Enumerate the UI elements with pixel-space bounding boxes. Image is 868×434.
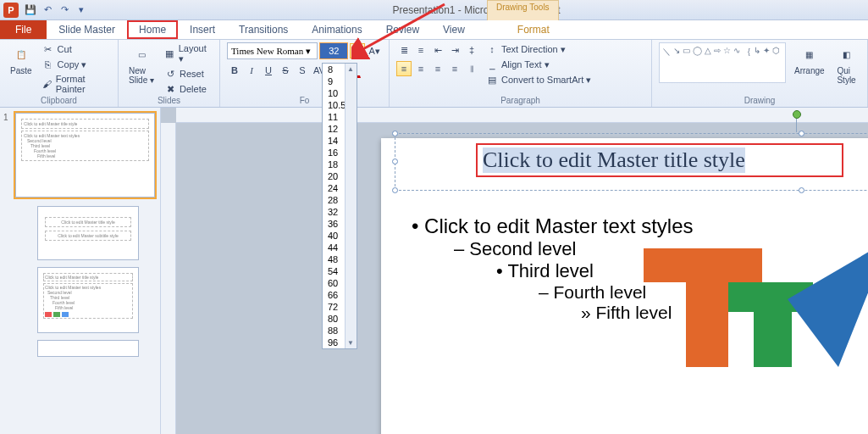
font-size-dropdown[interactable]: 891010.511121416182024283236404448546066… <box>322 63 357 349</box>
tab-review[interactable]: Review <box>374 20 431 39</box>
smartart-button[interactable]: ▤Convert to SmartArt ▾ <box>484 73 593 86</box>
resize-handle-w[interactable] <box>392 159 398 164</box>
text-direction-button[interactable]: ↕Text Direction ▾ <box>484 42 593 56</box>
group-slides: ▭ New Slide ▾ ▦Layout ▾ ↺Reset ✖Delete S… <box>119 40 220 107</box>
thumbnail-master[interactable]: Click to edit Master title style Click t… <box>15 113 155 198</box>
qat-more-icon[interactable]: ▾ <box>75 3 88 17</box>
new-slide-label: New Slide ▾ <box>129 66 154 85</box>
app-icon: P <box>3 3 19 18</box>
thumb3-title: Click to edit Master title style <box>43 273 133 281</box>
cut-label: Cut <box>58 44 72 54</box>
smartart-icon: ▤ <box>486 74 498 86</box>
brush-icon: 🖌 <box>42 78 53 90</box>
tab-animations[interactable]: Animations <box>300 20 373 39</box>
thumb2-title: Click to edit Master title style <box>45 217 131 227</box>
strike-button[interactable]: S <box>278 63 293 78</box>
shadow-button[interactable]: S <box>295 63 310 78</box>
shape-star-icon[interactable]: ☆ <box>723 46 731 58</box>
decrease-indent-button[interactable]: ⇤ <box>430 42 445 58</box>
shape-curve-icon[interactable]: ∿ <box>733 46 740 58</box>
delete-button[interactable]: ✖Delete <box>163 82 213 96</box>
layout-button[interactable]: ▦Layout ▾ <box>163 42 213 65</box>
italic-button[interactable]: I <box>244 63 259 78</box>
group-clipboard: 📋 Paste ✂Cut ⎘Copy ▾ 🖌Format Painter Cli… <box>0 40 119 107</box>
shape-rarrow-icon[interactable]: ⇨ <box>714 46 721 58</box>
thumbnail-layout-2[interactable]: Click to edit Master title style Click t… <box>37 267 139 333</box>
thumbnail-layout-3[interactable] <box>37 340 139 357</box>
shape-connector-icon[interactable]: ↳ <box>754 46 760 58</box>
tab-file[interactable]: File <box>0 20 47 39</box>
shape-oval-icon[interactable]: ◯ <box>693 46 702 58</box>
font-name-combo[interactable]: Times New Roman ▾ <box>227 42 318 59</box>
format-painter-button[interactable]: 🖌Format Painter <box>41 73 111 95</box>
save-icon[interactable]: 💾 <box>24 3 37 17</box>
align-center-button[interactable]: ≡ <box>413 61 428 76</box>
cut-button[interactable]: ✂Cut <box>41 42 111 56</box>
smartart-label: Convert to SmartArt ▾ <box>501 75 591 86</box>
align-text-label: Align Text ▾ <box>501 59 550 70</box>
font-size-combo[interactable]: 32 <box>319 42 348 59</box>
grow-font-button[interactable]: A▴ <box>350 43 365 58</box>
redo-icon[interactable]: ↷ <box>58 3 71 17</box>
shape-brace-icon[interactable]: ｛ <box>743 46 751 58</box>
shapes-gallery[interactable]: ＼↘▭◯△⇨☆∿｛↳✦⬡ <box>659 42 786 83</box>
shape-hex-icon[interactable]: ⬡ <box>772 46 780 58</box>
new-slide-button[interactable]: ▭ New Slide ▾ <box>125 42 158 86</box>
tab-view[interactable]: View <box>431 20 477 39</box>
reset-label: Reset <box>180 69 204 79</box>
resize-handle-nw[interactable] <box>392 131 398 136</box>
thumb2-sub: Click to edit Master subtitle style <box>45 231 131 241</box>
body-level-1[interactable]: Click to edit Master text styles <box>412 214 868 238</box>
group-label-slides: Slides <box>125 96 213 106</box>
bullets-button[interactable]: ≣ <box>396 42 412 58</box>
tab-transitions[interactable]: Transitions <box>227 20 300 39</box>
line-spacing-button[interactable]: ‡ <box>464 42 479 58</box>
thumb-number: 1 <box>3 113 12 198</box>
paste-button[interactable]: 📋 Paste <box>7 42 36 77</box>
resize-handle-sw[interactable] <box>392 187 398 193</box>
ttv-logo <box>635 240 868 376</box>
slide-editor[interactable]: Click to edit Master title style Click t… <box>161 108 868 434</box>
increase-indent-button[interactable]: ⇥ <box>447 42 462 58</box>
arrange-button[interactable]: ▦ Arrange <box>791 42 828 77</box>
layout-icon: ▦ <box>164 48 175 60</box>
shape-rect-icon[interactable]: ▭ <box>683 46 690 58</box>
paste-label: Paste <box>10 66 32 75</box>
resize-handle-s[interactable] <box>799 187 804 193</box>
align-left-button[interactable]: ≡ <box>396 61 412 76</box>
shape-line-icon[interactable]: ＼ <box>662 46 671 58</box>
tab-insert[interactable]: Insert <box>178 20 227 39</box>
columns-button[interactable]: ⫴ <box>464 61 479 76</box>
shrink-font-button[interactable]: A▾ <box>367 43 382 58</box>
tab-slide-master[interactable]: Slide Master <box>47 20 127 39</box>
svg-marker-2 <box>788 240 868 367</box>
resize-handle-n[interactable] <box>799 131 804 136</box>
copy-button[interactable]: ⎘Copy ▾ <box>41 58 111 71</box>
reset-button[interactable]: ↺Reset <box>163 67 213 81</box>
shape-triangle-icon[interactable]: △ <box>705 46 711 58</box>
quick-styles-button[interactable]: ◧ Qui Style <box>833 42 860 86</box>
slide-canvas[interactable]: Click to edit Master title style Click t… <box>381 138 868 434</box>
underline-button[interactable]: U <box>261 63 276 78</box>
thumb-title: Click to edit Master title style <box>21 119 149 129</box>
group-label-clipboard: Clipboard <box>7 96 111 106</box>
numbering-button[interactable]: ≡ <box>413 42 428 58</box>
undo-icon[interactable]: ↶ <box>41 3 54 17</box>
tab-home[interactable]: Home <box>127 20 178 39</box>
tab-format[interactable]: Format <box>506 20 561 39</box>
bold-button[interactable]: B <box>227 63 242 78</box>
shape-callout-icon[interactable]: ✦ <box>763 46 770 58</box>
align-text-button[interactable]: ⎯Align Text ▾ <box>484 58 593 71</box>
slide-thumbnail-pane[interactable]: 1 Click to edit Master title style Click… <box>0 108 161 434</box>
horizontal-ruler <box>176 108 868 123</box>
justify-button[interactable]: ≡ <box>447 61 462 76</box>
shape-arrow-icon[interactable]: ↘ <box>673 46 680 58</box>
arrange-label: Arrange <box>794 66 825 75</box>
thumbnail-layout-1[interactable]: Click to edit Master title style Click t… <box>37 206 139 260</box>
rotation-handle[interactable] <box>793 110 801 119</box>
delete-icon: ✖ <box>164 83 176 95</box>
align-right-button[interactable]: ≡ <box>430 61 445 76</box>
master-title-text[interactable]: Click to edit Master title style <box>483 147 745 173</box>
dropdown-scrollbar[interactable] <box>345 64 357 348</box>
paste-icon: 📋 <box>11 44 31 64</box>
